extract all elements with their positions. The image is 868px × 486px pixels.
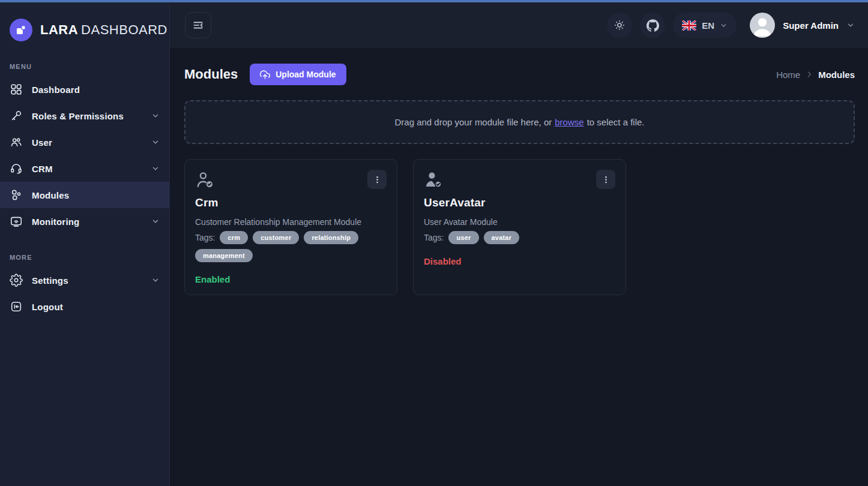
more-section-label: MORE: [10, 254, 160, 261]
sun-icon: [613, 19, 625, 31]
dropzone-text-before: Drag and drop your module file here, or: [394, 117, 552, 127]
module-status: Enabled: [195, 274, 387, 284]
app-title: LARADASHBOARD: [40, 22, 167, 38]
module-card-crm: Crm Customer Relationship Management Mod…: [184, 159, 397, 295]
sidebar: LARADASHBOARD MENU Dashboard Roles & Per…: [0, 2, 170, 486]
sidebar-item-modules[interactable]: Modules: [0, 182, 169, 208]
dots-vertical-icon: [373, 175, 382, 184]
breadcrumb: Home Modules: [776, 70, 855, 80]
chevron-right-icon: [805, 70, 813, 79]
key-icon: [10, 109, 23, 122]
lara-logo-icon: [10, 19, 32, 41]
modules-icon: [10, 188, 23, 202]
user-check-icon: [195, 170, 215, 190]
language-selector[interactable]: EN: [673, 13, 737, 38]
sidebar-item-dashboard[interactable]: Dashboard: [0, 76, 169, 103]
tags-label: Tags:: [424, 233, 444, 242]
module-card-useravatar: UserAvatar User Avatar Module Tags: user…: [413, 159, 626, 295]
sidebar-collapse-icon: [192, 19, 204, 31]
github-button[interactable]: [640, 13, 665, 38]
dots-vertical-icon: [601, 175, 610, 184]
github-icon: [646, 19, 659, 32]
sidebar-item-logout[interactable]: Logout: [0, 293, 169, 320]
sidebar-collapse-button[interactable]: [185, 12, 211, 38]
module-tags: Tags: crmcustomerrelationshipmanagement: [195, 231, 387, 262]
module-status: Disabled: [424, 256, 615, 266]
avatar: [750, 13, 775, 38]
top-header: EN Super Admin: [170, 2, 868, 48]
module-tag-pill: customer: [253, 231, 299, 244]
module-description: Customer Relationship Management Module: [195, 217, 387, 227]
chevron-down-icon: [151, 164, 160, 173]
sidebar-menu: Dashboard Roles & Permissions User CRM M…: [0, 76, 169, 235]
module-tag-pill: user: [448, 231, 478, 244]
chevron-down-icon: [151, 138, 160, 146]
logout-icon: [10, 300, 23, 313]
module-menu-button[interactable]: [596, 170, 615, 189]
chevron-down-icon: [151, 217, 160, 226]
dropzone-text-after: to select a file.: [587, 117, 645, 127]
module-dropzone[interactable]: Drag and drop your module file here, or …: [184, 100, 855, 144]
sidebar-more: Settings Logout: [0, 267, 169, 320]
grid-icon: [10, 83, 23, 96]
chevron-down-icon: [846, 21, 855, 29]
sidebar-item-monitoring[interactable]: Monitoring: [0, 208, 169, 235]
tags-label: Tags:: [195, 233, 215, 242]
module-tag-pill: relationship: [304, 231, 358, 244]
module-tags: Tags: useravatar: [424, 231, 615, 244]
chevron-down-icon: [151, 276, 160, 284]
user-name: Super Admin: [783, 20, 839, 31]
sidebar-item-roles-permissions[interactable]: Roles & Permissions: [0, 103, 169, 129]
gear-icon: [10, 274, 23, 287]
language-code: EN: [702, 20, 714, 31]
app-logo[interactable]: LARADASHBOARD: [0, 2, 169, 41]
menu-section-label: MENU: [10, 63, 160, 70]
uk-flag-icon: [682, 20, 696, 31]
modules-grid: Crm Customer Relationship Management Mod…: [184, 159, 855, 295]
upload-module-button[interactable]: Upload Module: [250, 64, 346, 85]
breadcrumb-current: Modules: [818, 70, 855, 80]
users-icon: [10, 136, 23, 149]
module-description: User Avatar Module: [424, 217, 615, 227]
module-tag-pill: crm: [220, 231, 248, 244]
module-name: Crm: [195, 196, 387, 209]
chevron-down-icon: [720, 22, 728, 29]
module-menu-button[interactable]: [367, 170, 387, 189]
browse-link[interactable]: browse: [555, 117, 583, 127]
main-content: Modules Upload Module Home Modules Drag …: [170, 48, 868, 486]
sidebar-item-settings[interactable]: Settings: [0, 267, 169, 293]
user-menu[interactable]: Super Admin: [750, 13, 855, 38]
upload-cloud-icon: [260, 70, 270, 80]
breadcrumb-home-link[interactable]: Home: [776, 70, 800, 80]
headset-icon: [10, 162, 23, 175]
monitor-icon: [10, 215, 23, 228]
chevron-down-icon: [151, 112, 160, 120]
module-tag-pill: management: [195, 249, 253, 262]
sidebar-item-crm[interactable]: CRM: [0, 155, 169, 182]
page-title: Modules: [184, 67, 238, 82]
module-name: UserAvatar: [424, 196, 615, 209]
sidebar-item-user[interactable]: User: [0, 129, 169, 155]
theme-toggle-button[interactable]: [607, 13, 632, 38]
module-tag-pill: avatar: [484, 231, 520, 244]
user-check-icon: [424, 170, 444, 190]
